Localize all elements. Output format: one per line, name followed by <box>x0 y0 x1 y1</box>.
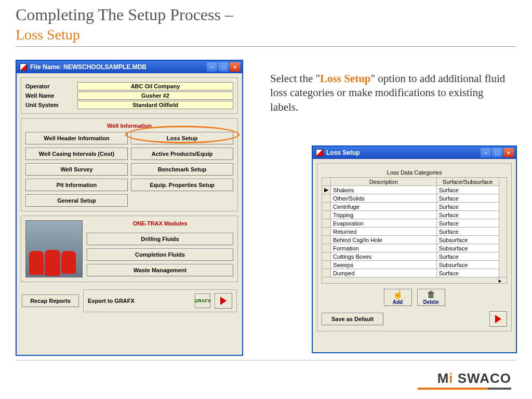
close-button[interactable]: × <box>503 148 514 157</box>
delete-button[interactable]: 🗑 Delete <box>417 289 445 306</box>
cell-surface[interactable]: Subsurface <box>436 236 499 244</box>
row-selector[interactable] <box>322 228 331 236</box>
well-information-header: Well Information <box>25 123 233 129</box>
loss-setup-window: Loss Setup – □ × Loss Data Categories De… <box>312 145 517 353</box>
modules-panel: ONE-TRAX Modules Drilling Fluids Complet… <box>21 216 238 282</box>
loss-setup-button[interactable]: Loss Setup <box>131 132 233 144</box>
table-row[interactable]: Behind Csg/In HoleSubsurface <box>322 236 499 244</box>
cell-surface[interactable]: Subsurface <box>436 261 499 269</box>
well-header-button[interactable]: Well Header Information <box>25 132 128 144</box>
table-row[interactable]: Other/SolidsSurface <box>322 194 499 203</box>
recap-reports-button[interactable]: Recap Reports <box>22 295 79 307</box>
table-row[interactable]: EvaporationSurface <box>322 219 499 228</box>
unitsystem-value[interactable]: Standard Oilfield <box>77 101 233 109</box>
maximize-button[interactable]: □ <box>492 148 502 157</box>
row-selector[interactable] <box>322 203 331 211</box>
active-products-button[interactable]: Active Products/Equip <box>131 148 233 160</box>
main-window-title: File Name: NEWSCHOOLSAMPLE.MDB <box>30 63 147 71</box>
cell-description[interactable]: Behind Csg/In Hole <box>331 236 437 244</box>
cell-description[interactable]: Shakers <box>331 186 437 194</box>
row-selector[interactable] <box>322 194 331 203</box>
maximize-button[interactable]: □ <box>218 62 229 72</box>
waste-management-button[interactable]: Waste Management <box>87 264 233 276</box>
delete-label: Delete <box>423 299 438 305</box>
cell-description[interactable]: Formation <box>331 244 437 252</box>
row-selector[interactable] <box>322 211 331 219</box>
logo-swaco: SWACO <box>454 370 511 386</box>
cell-surface[interactable]: Surface <box>436 252 499 261</box>
cell-surface[interactable]: Surface <box>436 269 499 277</box>
cell-surface[interactable]: Surface <box>436 211 499 219</box>
cell-description[interactable]: Tripping <box>331 211 437 219</box>
row-selector[interactable] <box>322 261 331 269</box>
cell-surface[interactable]: Surface <box>436 219 499 228</box>
row-selector[interactable] <box>322 219 331 228</box>
cell-description[interactable]: Sweeps <box>331 261 437 269</box>
wellname-value[interactable]: Gusher #2 <box>77 91 233 100</box>
add-button[interactable]: ☝ Add <box>384 289 412 306</box>
horizontal-scrollbar[interactable]: ▸ <box>498 277 507 283</box>
table-row[interactable]: ▶ShakersSurface <box>322 186 499 194</box>
casing-intervals-button[interactable]: Well Casing Intervals (Cost) <box>25 148 128 160</box>
add-label: Add <box>393 299 403 305</box>
operator-value[interactable]: ABC Oil Company <box>77 82 233 90</box>
cell-description[interactable]: Other/Solids <box>331 194 437 203</box>
crew-photo <box>25 220 83 277</box>
cell-surface[interactable]: Surface <box>436 194 499 203</box>
minimize-button[interactable]: – <box>481 148 491 157</box>
cell-description[interactable]: Evaporation <box>331 219 437 228</box>
table-row[interactable]: ReturnedSurface <box>322 228 499 236</box>
row-selector[interactable]: ▶ <box>322 186 331 194</box>
instruction-emphasis: Loss Setup <box>320 72 370 85</box>
column-description[interactable]: Description <box>331 178 437 186</box>
cell-description[interactable]: Dumped <box>331 269 437 277</box>
well-survey-button[interactable]: Well Survey <box>25 163 128 176</box>
save-default-button[interactable]: Save as Default <box>322 313 383 325</box>
cell-surface[interactable]: Surface <box>436 228 499 236</box>
row-selector[interactable] <box>322 252 331 261</box>
slide-subtitle: Loss Setup <box>0 26 532 46</box>
cell-surface[interactable]: Subsurface <box>436 244 499 252</box>
row-selector-header <box>322 178 331 186</box>
drilling-fluids-button[interactable]: Drilling Fluids <box>87 233 233 245</box>
main-titlebar[interactable]: File Name: NEWSCHOOLSAMPLE.MDB – □ × <box>17 61 242 73</box>
logo-i: i <box>449 370 453 386</box>
general-setup-button[interactable]: General Setup <box>25 194 128 207</box>
grafx-icon[interactable]: GRAFX <box>195 294 210 308</box>
loss-data-table[interactable]: Description Surface/Subsurface ▶ShakersS… <box>322 177 499 277</box>
operator-label: Operator <box>25 83 77 89</box>
close-button[interactable]: × <box>230 62 240 72</box>
minimize-button[interactable]: – <box>207 62 217 72</box>
vertical-scrollbar[interactable] <box>499 177 507 277</box>
wellname-label: Well Name <box>25 92 77 99</box>
column-surface[interactable]: Surface/Subsurface <box>436 178 499 186</box>
table-row[interactable]: Cuttings BoxesSurface <box>322 252 499 261</box>
table-row[interactable]: CentrifugeSurface <box>322 203 499 211</box>
logo-m: M <box>437 370 449 386</box>
equip-properties-button[interactable]: Equip. Properties Setup <box>131 179 233 191</box>
row-selector[interactable] <box>322 236 331 244</box>
table-row[interactable]: DumpedSurface <box>322 269 499 277</box>
exit-icon[interactable] <box>489 311 507 327</box>
cell-description[interactable]: Cuttings Boxes <box>331 252 437 261</box>
exit-icon[interactable] <box>215 293 232 309</box>
cell-description[interactable]: Returned <box>331 228 437 236</box>
row-selector[interactable] <box>322 244 331 252</box>
logo-underline <box>418 388 511 390</box>
hand-icon: ☝ <box>384 290 411 299</box>
row-selector[interactable] <box>322 269 331 277</box>
cell-surface[interactable]: Surface <box>436 186 499 194</box>
title-divider <box>16 46 516 47</box>
table-row[interactable]: TrippingSurface <box>322 211 499 219</box>
table-row[interactable]: SweepsSubsurface <box>322 261 499 269</box>
pit-information-button[interactable]: Pit Information <box>25 179 128 191</box>
cell-description[interactable]: Centrifuge <box>331 203 437 211</box>
completion-fluids-button[interactable]: Completion Fluids <box>87 248 233 261</box>
loss-titlebar[interactable]: Loss Setup – □ × <box>313 147 516 159</box>
cell-surface[interactable]: Surface <box>436 203 499 211</box>
trash-icon: 🗑 <box>418 290 445 299</box>
benchmark-setup-button[interactable]: Benchmark Setup <box>131 163 233 176</box>
well-information-panel: Well Information Well Header Information… <box>21 118 238 211</box>
table-row[interactable]: FormationSubsurface <box>322 244 499 252</box>
main-window: File Name: NEWSCHOOLSAMPLE.MDB – □ × Ope… <box>16 60 243 356</box>
